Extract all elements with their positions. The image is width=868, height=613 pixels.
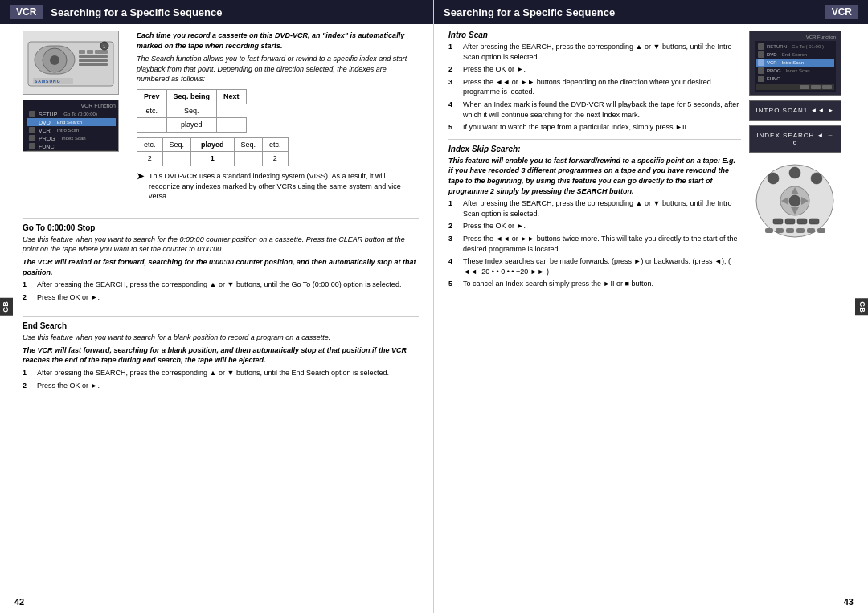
idx-step-1: 1 After pressing the SEARCH, press the c… [448,198,741,219]
index-search-screen: INDEX SEARCH ◄ ← 6 [749,125,841,153]
bottom-btn-3 [822,85,832,89]
gb-tab-right: GB [855,298,868,316]
go-to-step-2: 2 Press the OK or ►. [23,292,419,303]
svg-rect-5 [87,50,93,54]
is-step-text-3: Press the ◄◄ or ►► buttons depending on … [463,77,741,97]
right-two-col: Intro Scan 1 After pressing the SEARCH, … [434,31,868,296]
is-step-num-5: 5 [448,122,457,133]
table-sub-played2: played [166,118,217,133]
return-icon [758,43,764,50]
vcr-function-panel: VCR Function RETURNGo To ( 01:00 ) DVDEn… [749,31,841,96]
index-table: Prev Seq. being Next etc. Seq. played [137,89,247,133]
panel-bottom-bar [27,150,116,152]
go-to-italic: Use this feature when you want to search… [23,235,419,255]
svg-rect-8 [79,59,108,62]
prog-menu-icon [758,67,764,74]
step-text-1: After pressing the SEARCH, press the cor… [37,280,419,290]
device-images: SAMSUNG 1 VCR Function SETUPGo To [23,31,127,206]
intro-scan-title: Intro Scan [448,31,741,39]
intro-italic: The Search function allows you to fast-f… [137,54,419,84]
vcr-function-title: VCR Function [755,35,836,39]
svg-point-23 [789,195,800,206]
func-menu-icon [758,76,764,82]
t-next-seq: Seq. [234,137,263,152]
svg-point-15 [768,173,779,184]
right-page-number: 43 [844,597,854,607]
menu-setup: SETUPGo To (0:00:00) [27,110,116,118]
setup-icon [29,111,35,117]
svg-rect-27 [809,219,819,224]
right-divider [448,139,741,140]
t-val-2b: 2 [263,152,289,166]
svg-rect-7 [79,55,108,58]
remote-control-area [749,161,841,243]
vcr-panel-1: VCR Function SETUPGo To (0:00:00) DVDEnd… [23,100,119,152]
idx-text-5: To cancel an Index search simply press t… [463,279,741,289]
is-step-num-2: 2 [448,64,457,75]
is-step-text-1: After pressing the SEARCH, press the cor… [463,42,741,62]
idx-num-3: 3 [448,234,457,254]
svg-rect-32 [807,228,815,233]
svg-rect-30 [786,228,794,233]
t-val-blank1 [162,152,191,166]
mini-btn-1 [81,152,91,153]
func-icon [29,143,35,149]
table-header-prev: Prev [137,89,167,104]
svg-rect-4 [79,50,85,54]
end-search-step-1: 1 After pressing the SEARCH, press the c… [23,368,419,378]
table-header-seq: Seq. being [166,89,217,104]
step-num-1: 1 [23,280,31,290]
idx-step-3: 3 Press the ◄◄ or ►► buttons twice more.… [448,234,741,254]
left-vcr-label: VCR [10,5,43,19]
svg-point-16 [789,167,800,178]
idx-step-4: 4 These Index searches can be made forwa… [448,256,741,276]
index-skip-bold-italic: This feature will enable you to fast for… [448,156,741,196]
svg-rect-31 [796,228,805,233]
t-val-blank2 [234,152,263,166]
left-page-number: 42 [14,597,24,607]
vcr-icon [29,127,35,133]
arrow-note: ➤ This DVD-VCR uses a standard indexing … [137,171,419,202]
end-search-bold-italic: The VCR will fast forward, searching for… [23,345,419,366]
left-top-area: SAMSUNG 1 VCR Function SETUPGo To [23,31,419,206]
svg-text:SAMSUNG: SAMSUNG [35,79,61,84]
menu-prog: PROGIndex Scan [27,134,116,142]
svg-rect-25 [785,219,795,224]
svg-rect-6 [95,50,108,54]
is-step-num-1: 1 [448,42,457,62]
table-sub-played [217,104,247,118]
end-step-num-2: 2 [23,381,31,391]
intro-text-area: Each time you record a cassette on this … [137,31,419,206]
menu-dvd: DVDEnd Search [27,118,116,126]
table-val-prev [137,118,167,133]
panel-title-1: VCR Function [27,103,116,108]
is-step-text-4: When an Index mark is found the DVD-VCR … [463,100,741,120]
vcr-menu-func: FUNC [756,75,834,83]
remote-svg [749,161,841,241]
is-step-num-4: 4 [448,100,457,120]
table-header-next: Next [217,89,247,104]
vcr-menu-vcr-active: VCRIntro Scan [756,59,834,67]
svg-point-3 [50,55,59,65]
end-search-section: End Search Use this feature when you wan… [23,321,419,393]
end-search-step-2: 2 Press the OK or ►. [23,381,419,391]
idx-num-5: 5 [448,279,457,289]
intro-scan-steps: 1 After pressing the SEARCH, press the c… [448,42,741,133]
right-main-content: Intro Scan 1 After pressing the SEARCH, … [448,31,741,296]
idx-text-3: Press the ◄◄ or ►► buttons twice more. T… [463,234,741,254]
step-text-2: Press the OK or ►. [37,292,419,303]
end-search-title: End Search [23,321,419,330]
is-step-text-2: Press the OK or ►. [463,64,741,75]
end-search-italic: Use this feature when you want to search… [23,333,419,343]
vcr-menu-icon [758,59,764,66]
is-step-num-3: 3 [448,77,457,97]
vcr-menu-prog: PROGIndex Scan [756,67,834,75]
right-header: Searching for a Specific Sequence VCR [434,0,868,24]
table-sub-etc2 [217,118,247,133]
svg-rect-28 [765,228,773,233]
menu-vcr: VCRIntro Scan [27,126,116,134]
vcr-menu-dvd: DVDEnd Search [756,51,834,59]
end-search-steps: 1 After pressing the SEARCH, press the c… [23,368,419,390]
go-to-step-1: 1 After pressing the SEARCH, press the c… [23,280,419,290]
intro-scan-step-2: 2 Press the OK or ►. [448,64,741,75]
